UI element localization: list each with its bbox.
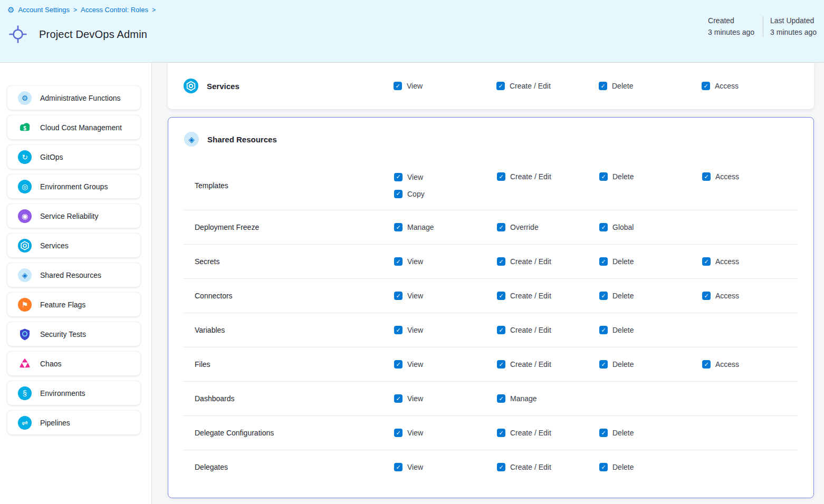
permission-cell: ✓Delete — [599, 172, 702, 181]
checkbox-label: Create / Edit — [510, 429, 551, 437]
sidebar-item-chaos[interactable]: Chaos — [7, 352, 140, 375]
checkbox-checked[interactable]: ✓ — [599, 360, 608, 369]
sidebar-item-environment-groups[interactable]: ◎Environment Groups — [7, 175, 140, 198]
permission-item: ✓Override — [497, 223, 599, 231]
breadcrumb-link-access-control-roles[interactable]: Access Control: Roles — [81, 6, 148, 14]
permission-cell: ✓Create / Edit — [497, 292, 599, 300]
permission-row: Files✓View✓Create / Edit✓Delete✓Access — [183, 347, 798, 381]
sidebar-item-cloud-cost-management[interactable]: $Cloud Cost Management — [7, 115, 140, 139]
sidebar-item-service-reliability[interactable]: ◉Service Reliability — [7, 204, 140, 228]
permission-item: ✓Manage — [394, 223, 497, 231]
shared-resources-card-title: Shared Resources — [207, 135, 277, 144]
sidebar-item-services[interactable]: Services — [7, 234, 140, 257]
checkbox-checked[interactable]: ✓ — [599, 463, 608, 471]
permission-item: ✓View — [394, 394, 497, 403]
sidebar-item-label: Administrative Functions — [40, 94, 121, 102]
checkbox-checked[interactable]: ✓ — [394, 173, 403, 181]
shared-resources-diamond-icon: ◈ — [184, 132, 199, 147]
meta-block: Created 3 minutes ago Last Updated 3 min… — [708, 15, 817, 38]
checkbox-checked[interactable]: ✓ — [702, 257, 711, 266]
last-updated-block: Last Updated 3 minutes ago — [763, 15, 817, 38]
sidebar-item-gitops[interactable]: ↻GitOps — [7, 145, 140, 169]
checkbox-checked[interactable]: ✓ — [394, 360, 403, 369]
checkbox-checked[interactable]: ✓ — [702, 360, 711, 369]
checkbox-checked[interactable]: ✓ — [497, 257, 505, 266]
sidebar-item-shared-resources[interactable]: ◈Shared Resources — [7, 263, 140, 287]
checkbox-label: Create / Edit — [510, 360, 551, 369]
checkbox-checked[interactable]: ✓ — [394, 394, 403, 403]
checkbox-checked[interactable]: ✓ — [599, 257, 608, 266]
checkbox-checked[interactable]: ✓ — [394, 463, 403, 471]
chevron-right-icon: > — [152, 6, 156, 14]
checkbox-checked[interactable]: ✓ — [394, 82, 402, 90]
permission-item: ✓Create / Edit — [496, 82, 599, 90]
permission-item: ✓Manage — [497, 394, 599, 403]
permission-cell: ✓Create / Edit — [497, 172, 599, 181]
settings-gear-icon: ⚙ — [7, 6, 14, 14]
checkbox-checked[interactable]: ✓ — [599, 172, 608, 181]
checkbox-label: Delete — [612, 463, 634, 471]
checkbox-label: Delete — [612, 326, 634, 334]
permission-cell: ✓Create / Edit — [496, 82, 599, 90]
sidebar-item-label: Shared Resources — [40, 271, 101, 279]
pipelines-flow-icon: ⇌ — [18, 416, 32, 430]
breadcrumb: ⚙ Account Settings > Access Control: Rol… — [7, 6, 156, 14]
resource-row-label: Templates — [195, 181, 394, 190]
checkbox-checked[interactable]: ✓ — [599, 292, 608, 300]
checkbox-checked[interactable]: ✓ — [394, 190, 403, 198]
checkbox-checked[interactable]: ✓ — [497, 394, 505, 403]
permission-row: Delegate Configurations✓View✓Create / Ed… — [183, 415, 798, 450]
permission-item: ✓View — [394, 429, 497, 437]
checkbox-checked[interactable]: ✓ — [497, 223, 505, 231]
checkbox-checked[interactable]: ✓ — [497, 463, 505, 471]
checkbox-checked[interactable]: ✓ — [496, 82, 505, 90]
checkbox-label: View — [407, 326, 423, 334]
role-target-icon — [8, 24, 28, 44]
checkbox-checked[interactable]: ✓ — [497, 292, 505, 300]
checkbox-checked[interactable]: ✓ — [599, 326, 608, 334]
checkbox-label: Override — [510, 223, 539, 231]
checkbox-checked[interactable]: ✓ — [394, 257, 403, 266]
created-value: 3 minutes ago — [708, 27, 754, 38]
checkbox-label: View — [407, 463, 423, 471]
checkbox-checked[interactable]: ✓ — [497, 172, 505, 181]
checkbox-checked[interactable]: ✓ — [394, 326, 403, 334]
sidebar-item-feature-flags[interactable]: ⚑Feature Flags — [7, 293, 140, 316]
permission-cell: ✓View — [394, 360, 497, 369]
sidebar-item-security-tests[interactable]: Security Tests — [7, 322, 140, 346]
sidebar-item-environments[interactable]: §Environments — [7, 381, 140, 405]
shared-resources-diamond-icon: ◈ — [18, 268, 32, 282]
last-updated-value: 3 minutes ago — [770, 27, 817, 38]
checkbox-checked[interactable]: ✓ — [599, 82, 607, 90]
checkbox-label: Access — [715, 257, 739, 266]
checkbox-checked[interactable]: ✓ — [394, 429, 403, 437]
permission-item: ✓Delete — [599, 172, 702, 181]
permission-item: ✓View — [394, 326, 497, 334]
sidebar-item-pipelines[interactable]: ⇌Pipelines — [7, 411, 140, 434]
permission-item: ✓Delete — [599, 257, 702, 266]
checkbox-checked[interactable]: ✓ — [702, 172, 711, 181]
permission-cell: ✓View — [394, 257, 497, 266]
checkbox-checked[interactable]: ✓ — [394, 223, 403, 231]
checkbox-checked[interactable]: ✓ — [497, 326, 505, 334]
resource-row-label: Variables — [195, 326, 394, 334]
checkbox-checked[interactable]: ✓ — [702, 82, 710, 90]
checkbox-checked[interactable]: ✓ — [497, 429, 505, 437]
checkbox-checked[interactable]: ✓ — [702, 292, 711, 300]
checkbox-checked[interactable]: ✓ — [394, 292, 403, 300]
permission-item: ✓Delete — [599, 82, 702, 90]
checkbox-checked[interactable]: ✓ — [497, 360, 505, 369]
services-hexagon-icon — [184, 79, 198, 93]
environments-icon: § — [18, 386, 32, 400]
permission-row: Dashboards✓View✓Manage — [183, 381, 798, 415]
permission-item: ✓Create / Edit — [497, 326, 599, 334]
breadcrumb-link-account-settings[interactable]: Account Settings — [18, 6, 70, 14]
feature-flag-icon: ⚑ — [18, 298, 32, 312]
permission-cell: ✓View — [394, 326, 497, 334]
permission-item: ✓Create / Edit — [497, 463, 599, 471]
checkbox-checked[interactable]: ✓ — [599, 429, 608, 437]
permission-item: ✓Create / Edit — [497, 360, 599, 369]
checkbox-checked[interactable]: ✓ — [599, 223, 608, 231]
sidebar-item-administrative-functions[interactable]: ⚙Administrative Functions — [7, 86, 140, 110]
permission-row: Templates✓View✓Copy✓Create / Edit✓Delete… — [183, 161, 798, 210]
